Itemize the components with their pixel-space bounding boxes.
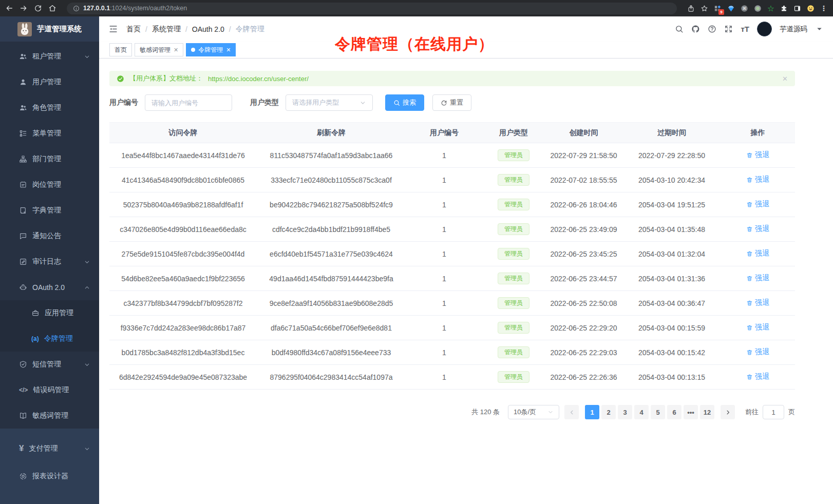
prev-page-button[interactable] [564,405,579,419]
side-panel-icon[interactable] [793,5,801,12]
page-button-1[interactable]: 1 [585,405,599,419]
force-logout-button[interactable]: 强退 [746,224,769,234]
bookmark-star-icon[interactable] [701,5,708,12]
command-extension-icon[interactable]: ⌘ [741,5,748,12]
search-icon[interactable] [675,25,684,33]
reset-button[interactable]: 重置 [432,94,471,111]
address-bar[interactable]: 127.0.0.1:1024/system/oauth2/token [67,3,677,14]
sidebar-item-用户管理[interactable]: 用户管理 [0,69,99,95]
doc-link[interactable]: https://doc.iocoder.cn/user-center/ [208,75,309,83]
page-button-2[interactable]: 2 [601,405,616,419]
sidebar-item-租户管理[interactable]: 租户管理 [0,44,99,69]
force-logout-button[interactable]: 强退 [746,200,769,209]
action-cell: 强退 [721,340,795,365]
trash-icon [746,300,753,306]
sidebar-item-菜单管理[interactable]: 菜单管理 [0,121,99,146]
sidebar-collapse-icon[interactable] [108,24,118,34]
force-logout-label: 强退 [755,249,769,258]
tab-close-icon[interactable]: ✕ [174,47,178,53]
action-cell: 强退 [721,242,795,266]
force-logout-button[interactable]: 强退 [746,274,769,283]
tab-令牌管理[interactable]: 令牌管理✕ [186,43,236,56]
sidebar-item-通知公告[interactable]: 通知公告 [0,223,99,249]
page-button-3[interactable]: 3 [618,405,632,419]
chevron-up-icon [84,285,90,290]
breadcrumb-item[interactable]: OAuth 2.0 [192,25,224,33]
user-id-input[interactable] [145,94,232,111]
breadcrumb-item[interactable]: 系统管理 [152,25,181,34]
tab-首页[interactable]: 首页 [109,43,132,56]
next-page-button[interactable] [721,405,735,419]
sidebar-item-应用管理[interactable]: 应用管理 [0,300,99,326]
gem-extension-icon[interactable] [727,5,735,12]
forward-icon[interactable] [20,4,28,12]
profile-emoji-avatar[interactable] [807,5,815,12]
tab-label: 首页 [115,46,127,54]
sidebar-item-错误码管理[interactable]: </>错误码管理 [0,377,99,403]
chrome-menu-icon[interactable]: ⋮ [820,4,828,12]
force-logout-button[interactable]: 强退 [746,150,769,160]
page-button-6[interactable]: 6 [667,405,681,419]
user-type-cell: 管理员 [483,192,544,217]
sidebar-item-角色管理[interactable]: 角色管理 [0,95,99,121]
alert-close-icon[interactable]: ✕ [782,75,788,83]
sidebar-item-支付管理[interactable]: ¥支付管理 [0,435,99,462]
table-row: 41c41346a548490f9dc8b01c6bfe0865333ecfc7… [109,168,795,192]
action-cell: 强退 [721,192,795,217]
chevron-down-icon[interactable] [815,25,824,33]
force-logout-button[interactable]: 强退 [746,298,769,307]
page-button-12[interactable]: 12 [700,405,714,419]
table-row: 502375b8040a469a9b82188afdf6af1fbe90422b… [109,192,795,217]
github-icon[interactable] [691,25,700,33]
sidebar-item-令牌管理[interactable]: (a)令牌管理 [0,326,99,352]
user-type-badge: 管理员 [498,297,529,309]
sidebar-item-OAuth 2.0[interactable]: OAuth 2.0 [0,275,99,300]
breadcrumb-item[interactable]: 首页 [126,25,141,34]
force-logout-button[interactable]: 强退 [746,323,769,332]
username[interactable]: 芋道源码 [780,25,807,34]
page-size-select[interactable]: 10条/页 [508,405,559,419]
force-logout-button[interactable]: 强退 [746,175,769,184]
sidebar-item-敏感词管理[interactable]: 敏感词管理 [0,403,99,429]
extensions-puzzle-icon[interactable] [780,5,788,12]
sidebar-item-字典管理[interactable]: 字典管理 [0,198,99,223]
user-avatar[interactable] [757,22,772,36]
share-icon[interactable] [687,5,695,12]
trash-icon [746,275,753,282]
fullscreen-icon[interactable] [724,25,733,33]
dict-book-icon [19,206,27,215]
force-logout-button[interactable]: 强退 [746,249,769,258]
more-pages-button[interactable]: ••• [684,405,698,419]
info-icon[interactable] [73,5,80,12]
user-type-select[interactable]: 请选择用户类型 [286,94,373,111]
page-button-4[interactable]: 4 [634,405,649,419]
font-size-icon[interactable]: ᴛT [741,25,749,33]
star-extension-icon[interactable]: ☆ [767,4,774,13]
sidebar-item-label: 字典管理 [32,206,61,215]
sidebar-item-报表设计器[interactable]: 报表设计器 [0,462,99,490]
force-logout-button[interactable]: 强退 [746,347,769,357]
home-icon[interactable] [48,4,56,12]
record-extension-icon[interactable] [754,5,762,12]
sidebar-item-短信管理[interactable]: 短信管理 [0,352,99,377]
refresh-icon [441,100,447,106]
help-icon[interactable] [708,25,716,33]
select-chevron-icon [547,409,554,415]
search-button[interactable]: 搜索 [385,94,424,111]
breadcrumb-item[interactable]: 令牌管理 [236,25,264,34]
extension-blocks-icon[interactable]: 9 [714,5,722,12]
sidebar-item-岗位管理[interactable]: 岗位管理 [0,172,99,198]
user-type-cell: 管理员 [483,291,544,316]
goto-suffix: 页 [788,408,795,417]
sidebar-item-审计日志[interactable]: 审计日志 [0,249,99,275]
tab-敏感词管理[interactable]: 敏感词管理✕ [135,43,183,56]
access-token-cell: 54d6be82ee5a460a9aedc1f9bf223656 [109,266,257,291]
tab-close-icon[interactable]: ✕ [226,47,231,53]
goto-page-input[interactable] [763,405,784,419]
user-id-cell: 1 [406,242,483,266]
force-logout-button[interactable]: 强退 [746,372,769,381]
page-button-5[interactable]: 5 [651,405,665,419]
sidebar-item-部门管理[interactable]: 部门管理 [0,146,99,172]
back-icon[interactable] [5,4,13,12]
reload-icon[interactable] [34,4,42,12]
